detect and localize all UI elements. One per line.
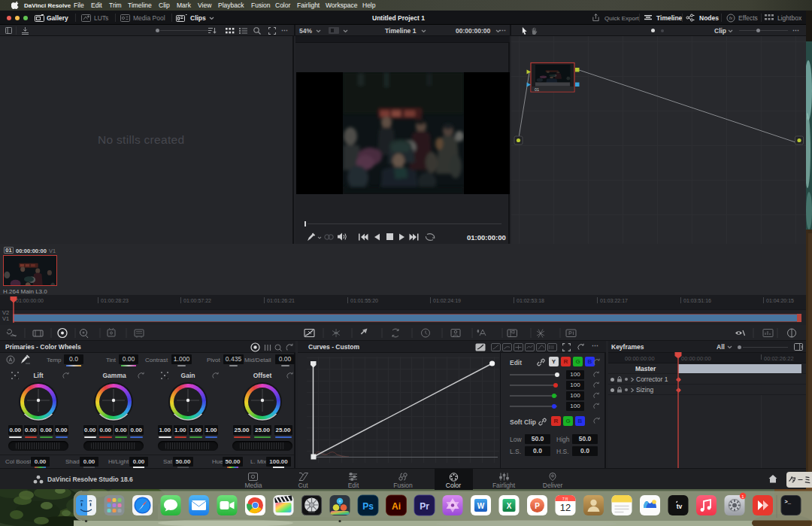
svg-text:W: W bbox=[477, 502, 485, 510]
svg-text:Ai: Ai bbox=[392, 501, 401, 512]
svg-text:fx: fx bbox=[729, 16, 734, 20]
svg-text:tv: tv bbox=[677, 503, 683, 510]
svg-text:>_: >_ bbox=[785, 499, 792, 505]
svg-text:12: 12 bbox=[560, 502, 571, 513]
svg-text:01: 01 bbox=[535, 87, 539, 92]
svg-text:7月: 7月 bbox=[562, 497, 568, 502]
svg-text:Ps: Ps bbox=[362, 501, 374, 512]
svg-text:P: P bbox=[535, 502, 540, 510]
svg-text:Pr: Pr bbox=[420, 501, 429, 512]
svg-text:X: X bbox=[507, 502, 512, 510]
